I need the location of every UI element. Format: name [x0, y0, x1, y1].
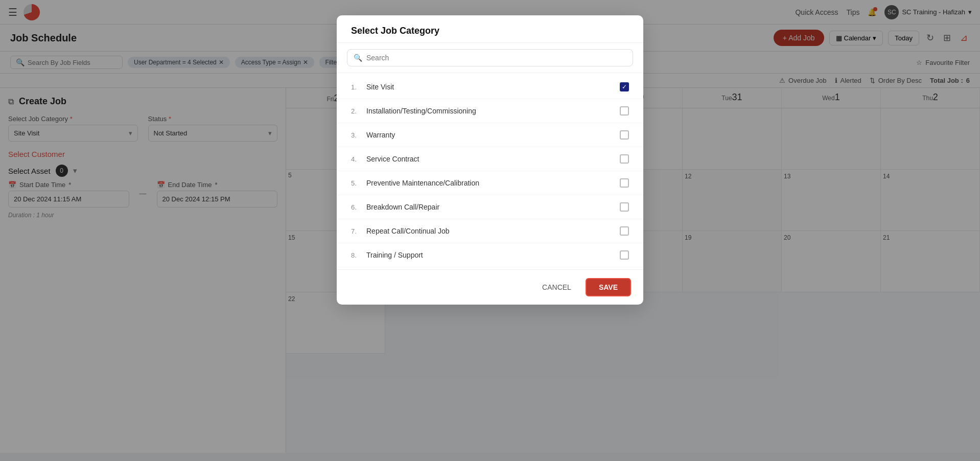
- item-text: Service Contract: [366, 155, 419, 163]
- modal-item-label: 3. Warranty: [351, 131, 395, 139]
- item-checkbox[interactable]: [620, 226, 629, 236]
- item-number: 6.: [351, 203, 361, 211]
- modal-list-item[interactable]: 8. Training / Support: [337, 243, 643, 267]
- cancel-button[interactable]: CANCEL: [534, 279, 579, 295]
- item-text: Site Visit: [366, 83, 394, 91]
- modal-list-item[interactable]: 5. Preventive Maintenance/Calibration: [337, 171, 643, 195]
- modal-item-label: 5. Preventive Maintenance/Calibration: [351, 179, 479, 187]
- item-text: Installation/Testing/Commissioning: [366, 107, 476, 115]
- item-text: Breakdown Call/Repair: [366, 203, 439, 211]
- item-number: 8.: [351, 251, 361, 259]
- modal-list-item[interactable]: 6. Breakdown Call/Repair: [337, 195, 643, 219]
- modal-footer: CANCEL SAVE: [337, 269, 643, 305]
- modal-list-item[interactable]: 1. Site Visit ✓: [337, 75, 643, 99]
- item-number: 4.: [351, 155, 361, 163]
- modal-item-label: 6. Breakdown Call/Repair: [351, 203, 439, 211]
- search-icon: 🔍: [354, 54, 362, 62]
- item-checkbox[interactable]: [620, 178, 629, 188]
- item-number: 5.: [351, 179, 361, 187]
- item-checkbox[interactable]: ✓: [620, 82, 629, 91]
- item-checkbox[interactable]: [620, 202, 629, 212]
- select-job-category-modal: Select Job Category 🔍 1. Site Visit ✓ 2.…: [337, 15, 643, 305]
- modal-title: Select Job Category: [351, 26, 439, 36]
- modal-list-item[interactable]: 2. Installation/Testing/Commissioning: [337, 99, 643, 123]
- item-text: Repeat Call/Continual Job: [366, 227, 450, 235]
- modal-search-area: 🔍: [337, 43, 643, 73]
- modal-item-label: 1. Site Visit: [351, 83, 394, 91]
- save-button[interactable]: SAVE: [586, 278, 631, 296]
- modal-list-item[interactable]: 3. Warranty: [337, 123, 643, 147]
- item-checkbox[interactable]: [620, 130, 629, 140]
- item-checkbox[interactable]: [620, 250, 629, 260]
- item-checkbox[interactable]: [620, 154, 629, 164]
- modal-search-input[interactable]: [366, 54, 626, 62]
- modal-list-item[interactable]: 4. Service Contract: [337, 147, 643, 171]
- item-text: Preventive Maintenance/Calibration: [366, 179, 479, 187]
- modal-header: Select Job Category: [337, 15, 643, 43]
- modal-search-wrap: 🔍: [347, 49, 633, 66]
- modal-item-label: 4. Service Contract: [351, 155, 419, 163]
- modal-item-list: 1. Site Visit ✓ 2. Installation/Testing/…: [337, 73, 643, 269]
- modal-item-label: 2. Installation/Testing/Commissioning: [351, 107, 476, 115]
- checkmark-icon: ✓: [622, 83, 627, 90]
- item-number: 3.: [351, 131, 361, 139]
- item-number: 2.: [351, 107, 361, 115]
- modal-item-label: 8. Training / Support: [351, 251, 423, 259]
- item-text: Warranty: [366, 131, 395, 139]
- modal-item-label: 7. Repeat Call/Continual Job: [351, 227, 450, 235]
- modal-overlay[interactable]: Select Job Category 🔍 1. Site Visit ✓ 2.…: [0, 0, 980, 453]
- item-number: 7.: [351, 227, 361, 235]
- item-number: 1.: [351, 83, 361, 91]
- modal-list-item[interactable]: 7. Repeat Call/Continual Job: [337, 219, 643, 243]
- item-checkbox[interactable]: [620, 106, 629, 116]
- item-text: Training / Support: [366, 251, 423, 259]
